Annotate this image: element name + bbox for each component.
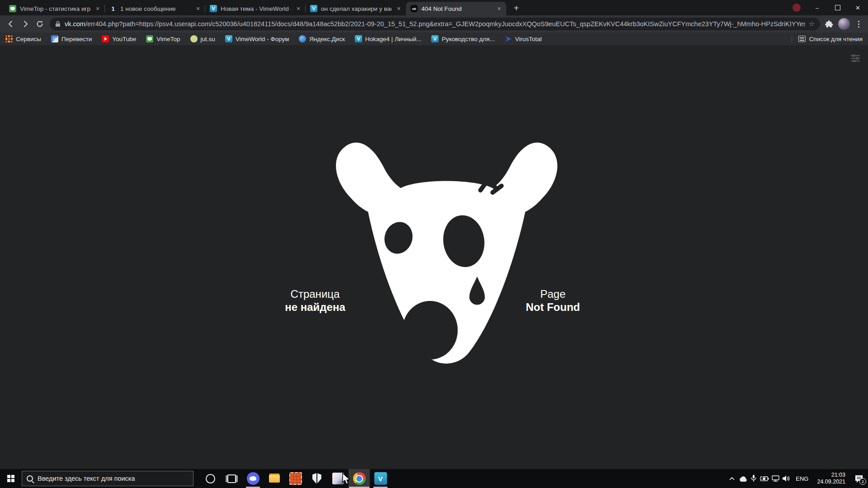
taskbar-app-discord[interactable] xyxy=(242,469,264,488)
bookmark-item[interactable]: Hokage4 | Личный... xyxy=(355,35,421,42)
page-settings-icon[interactable] xyxy=(851,54,860,64)
profile-badge-icon[interactable] xyxy=(793,4,801,12)
error-message-ru: Страница не найдена xyxy=(285,287,345,314)
clock-date: 24.09.2021 xyxy=(817,479,845,485)
notification-center-icon[interactable]: 2 xyxy=(850,469,868,488)
new-tab-button[interactable] xyxy=(510,2,523,14)
reload-button[interactable] xyxy=(33,17,47,31)
reading-list-label: Список для чтения xyxy=(809,36,863,42)
lock-icon[interactable] xyxy=(55,21,61,27)
forward-button[interactable] xyxy=(18,17,33,31)
explorer-icon xyxy=(268,472,281,485)
browser-tab[interactable]: он сделал харакири у вас на кр xyxy=(306,2,406,15)
vk-favicon-icon xyxy=(410,5,418,12)
bookmark-item[interactable]: VimeTop xyxy=(146,35,180,42)
tray-expand-icon[interactable] xyxy=(726,469,737,488)
taskbar-search[interactable] xyxy=(22,471,193,486)
tab-title: Новая тема - VimeWorld - Фору xyxy=(221,5,291,12)
bookmark-item[interactable]: YouTube xyxy=(102,35,136,42)
taskbar-app-defender[interactable] xyxy=(306,469,327,488)
taskbar-app-explorer[interactable] xyxy=(264,469,285,488)
tab-close-icon[interactable] xyxy=(295,5,302,12)
close-button[interactable] xyxy=(848,0,868,15)
browser-tab[interactable]: VimeTop - статистика игроков М xyxy=(5,2,105,15)
extensions-icon[interactable] xyxy=(825,19,834,28)
bookmark-label: VirusTotal xyxy=(515,36,542,42)
url-domain: vk.com xyxy=(65,20,85,28)
vk-dog-mascot xyxy=(333,138,560,365)
vimetop-favicon-icon xyxy=(9,5,16,12)
bookmark-item[interactable]: Руководство для... xyxy=(431,35,495,42)
maximize-button[interactable] xyxy=(827,0,848,15)
network-icon[interactable] xyxy=(770,469,781,488)
bookmark-item[interactable]: Сервисы xyxy=(5,35,41,42)
bookmark-label: Руководство для... xyxy=(442,36,495,42)
vimetop-icon xyxy=(146,35,153,42)
bookmark-item[interactable]: jut.su xyxy=(190,35,215,42)
bookmark-label: Hokage4 | Личный... xyxy=(365,36,421,42)
language-indicator[interactable]: ENG xyxy=(792,475,812,482)
error-ru-line1: Страница xyxy=(291,288,340,300)
bookmark-label: Сервисы xyxy=(16,36,41,42)
desktop-screen: VimeTop - статистика игроков М 1 новое с… xyxy=(0,0,868,488)
jutsu-icon xyxy=(190,35,198,42)
volume-icon[interactable] xyxy=(781,469,792,488)
bookmark-label: VimeTop xyxy=(156,36,180,42)
onedrive-icon[interactable] xyxy=(737,469,748,488)
browser-profile-avatar[interactable] xyxy=(838,18,850,30)
discord-icon xyxy=(247,472,259,485)
bookmarks-bar: Сервисы Перевести YouTube VimeTop jut.su… xyxy=(0,33,868,45)
system-tray: ENG 21:03 24.09.2021 2 xyxy=(726,469,868,488)
bookmark-item[interactable]: Перевести xyxy=(51,35,92,42)
taskbar-app-chrome[interactable] xyxy=(349,469,370,488)
battery-icon[interactable] xyxy=(759,469,770,488)
yandex-disk-icon xyxy=(299,35,306,42)
reading-list-icon xyxy=(798,36,806,42)
back-button[interactable] xyxy=(4,17,18,31)
taskview-icon xyxy=(226,472,238,485)
bookmark-item[interactable]: VirusTotal xyxy=(505,35,542,42)
taskbar-app-vimeworld[interactable] xyxy=(370,469,391,488)
taskbar: ENG 21:03 24.09.2021 2 xyxy=(0,469,868,488)
browser-tab[interactable]: Новая тема - VimeWorld - Фору xyxy=(205,2,306,15)
vimeworld-icon xyxy=(431,35,439,42)
taskbar-apps xyxy=(200,469,391,488)
browser-menu-icon[interactable] xyxy=(854,18,863,30)
browser-tabstrip: VimeTop - статистика игроков М 1 новое с… xyxy=(0,0,868,15)
reading-list-button[interactable]: Список для чтения xyxy=(792,36,863,42)
address-bar[interactable]: vk.com/err404.php?path=https://psv4.user… xyxy=(50,18,820,30)
tab-title: 1 новое сообщение xyxy=(120,5,191,12)
bookmark-star-icon[interactable] xyxy=(809,20,815,28)
bookmark-item[interactable]: VimeWorld - Форум xyxy=(225,35,289,42)
browser-tab[interactable]: 1 новое сообщение xyxy=(105,2,205,15)
tab-title: 404 Not Found xyxy=(421,5,492,12)
microphone-icon[interactable] xyxy=(748,469,759,488)
error-ru-line2: не найдена xyxy=(285,300,345,314)
vk-404-page: Страница не найдена Page Not Found xyxy=(0,45,868,469)
defender-icon xyxy=(311,472,323,485)
minimize-button[interactable] xyxy=(807,0,827,15)
taskbar-app-redgrid[interactable] xyxy=(285,469,306,488)
vimeworld-icon xyxy=(355,35,362,42)
vimeworld-favicon-icon xyxy=(210,5,217,12)
clock-time: 21:03 xyxy=(817,472,845,479)
error-en-line1: Page xyxy=(540,288,566,300)
tab-close-icon[interactable] xyxy=(194,5,202,12)
search-input[interactable] xyxy=(38,475,189,482)
apps-grid-icon xyxy=(5,35,13,42)
tab-close-icon[interactable] xyxy=(495,5,503,12)
clock[interactable]: 21:03 24.09.2021 xyxy=(812,472,850,485)
tab-title: VimeTop - статистика игроков М xyxy=(20,5,90,12)
url-text: vk.com/err404.php?path=https://psv4.user… xyxy=(65,20,805,28)
tab-close-icon[interactable] xyxy=(395,5,402,12)
start-button[interactable] xyxy=(0,469,22,488)
one-favicon-icon xyxy=(109,5,117,12)
bookmark-item[interactable]: Яндекс.Диск xyxy=(299,35,345,42)
taskbar-app-cortana[interactable] xyxy=(200,469,221,488)
bookmark-items: Сервисы Перевести YouTube VimeTop jut.su… xyxy=(5,35,542,42)
tab-close-icon[interactable] xyxy=(94,5,101,12)
browser-tab[interactable]: 404 Not Found xyxy=(406,2,506,15)
browser-toolbar: vk.com/err404.php?path=https://psv4.user… xyxy=(0,15,868,33)
taskbar-app-taskview[interactable] xyxy=(221,469,242,488)
tab-list: VimeTop - статистика игроков М 1 новое с… xyxy=(0,2,506,15)
